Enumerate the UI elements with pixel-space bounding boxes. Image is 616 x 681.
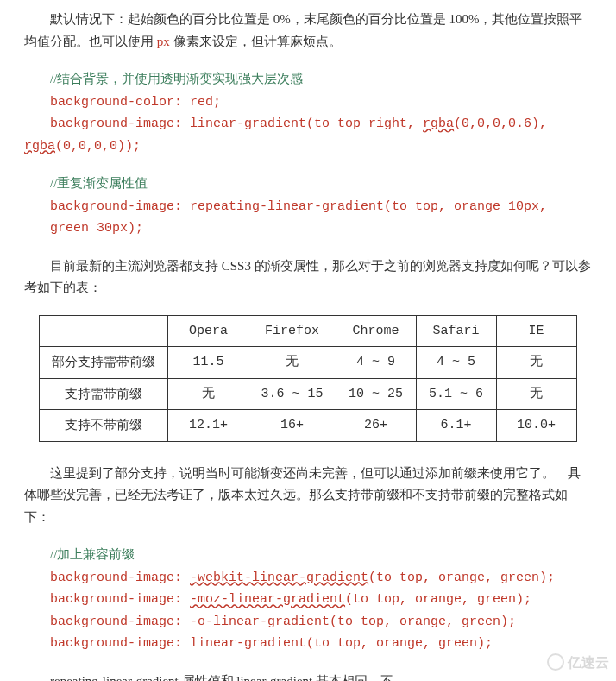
code-block-combined-bg: //结合背景，并使用透明渐变实现强大层次感 background-color: … — [24, 68, 592, 136]
code-comment: //结合背景，并使用透明渐变实现强大层次感 — [50, 72, 303, 85]
paragraph-repeating-note: repeating-linear-gradient 属性值和 linear-gr… — [24, 671, 592, 682]
code-block-repeating: //重复渐变属性值 background-image: repeating-li… — [24, 173, 592, 240]
code-block-prefixes: //加上兼容前缀 background-image: -webkit-linea… — [24, 544, 592, 655]
code-line: background-image: -o-linear-gradient(to … — [50, 615, 516, 629]
paragraph-browser-support: 目前最新的主流浏览器都支持 CSS3 的渐变属性，那么对于之前的浏览器支持度如何… — [24, 255, 592, 300]
table-row: 支持不带前缀 12.1+ 16+ 26+ 6.1+ 10.0+ — [40, 410, 576, 442]
code-line: background-image: linear-gradient(to top… — [50, 117, 547, 131]
code-line: background-image: -moz-linear-gradient(t… — [50, 592, 531, 607]
table-row: 支持需带前缀 无 3.6 ~ 15 10 ~ 25 5.1 ~ 6 无 — [40, 378, 576, 410]
watermark-text: 亿速云 — [568, 651, 609, 674]
code-line: background-image: linear-gradient(to top… — [50, 636, 493, 651]
code-comment: //加上兼容前缀 — [50, 547, 135, 561]
table-row: 部分支持需带前缀 11.5 无 4 ~ 9 4 ~ 5 无 — [40, 347, 576, 379]
code-line: background-color: red; — [50, 95, 221, 110]
watermark: 亿速云 — [547, 651, 609, 674]
code-line: background-image: -webkit-linear-gradien… — [50, 571, 555, 585]
th-safari: Safari — [416, 315, 496, 347]
browser-support-table: Opera Firefox Chrome Safari IE 部分支持需带前缀 … — [39, 315, 576, 442]
paragraph-defaults: 默认情况下：起始颜色的百分比位置是 0%，末尾颜色的百分比位置是 100%，其他… — [24, 9, 592, 53]
th-ie: IE — [496, 315, 576, 347]
code-comment: //重复渐变属性值 — [50, 176, 148, 190]
table-header-row: Opera Firefox Chrome Safari IE — [40, 315, 576, 347]
th-firefox: Firefox — [248, 315, 336, 347]
paragraph-partial-support: 这里提到了部分支持，说明当时可能渐变还尚未完善，但可以通过添加前缀来使用它了。 … — [24, 463, 592, 529]
code-line: background-image: repeating-linear-gradi… — [50, 199, 547, 236]
code-line-wrap: rgba(0,0,0,0)); — [24, 136, 592, 158]
th-blank — [40, 315, 168, 347]
th-opera: Opera — [168, 315, 248, 347]
th-chrome: Chrome — [336, 315, 416, 347]
watermark-icon — [547, 653, 564, 671]
